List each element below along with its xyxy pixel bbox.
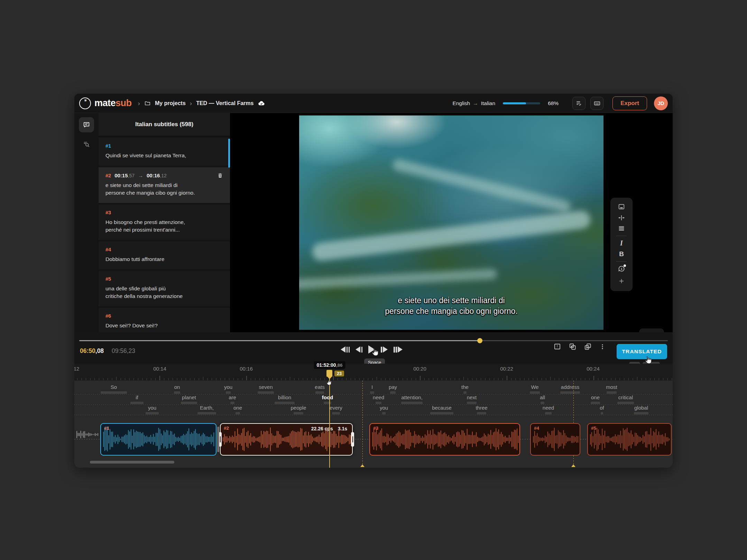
word-duration-bar[interactable]: [258, 391, 274, 394]
playhead-flag[interactable]: [326, 370, 332, 377]
word-token[interactable]: critical: [618, 394, 633, 400]
subtitles-panel-button[interactable]: [79, 117, 94, 132]
subtitle-item[interactable]: #4Dobbiamo tutti affrontare: [99, 242, 230, 269]
word-duration-bar[interactable]: [617, 402, 634, 404]
breadcrumb-my-projects[interactable]: My projects: [155, 100, 186, 106]
subtitle-item[interactable]: #200:15,57→00:16,12e siete uno dei sette…: [99, 167, 230, 203]
word-duration-bar[interactable]: [401, 402, 423, 404]
word-duration-bar[interactable]: [174, 391, 180, 394]
trim-handle-right[interactable]: [351, 432, 354, 447]
subtitle-text[interactable]: Dobbiamo tutti affrontare: [105, 255, 223, 263]
word-duration-bar[interactable]: [236, 412, 240, 414]
word-duration-bar[interactable]: [541, 402, 544, 404]
word-token[interactable]: you: [380, 405, 388, 411]
delete-subtitle-icon[interactable]: [217, 172, 223, 178]
add-style-button[interactable]: +: [619, 276, 624, 286]
word-duration-bar[interactable]: [591, 402, 600, 404]
word-token[interactable]: one: [591, 394, 600, 400]
word-token[interactable]: one: [233, 405, 242, 411]
word-duration-bar[interactable]: [530, 391, 540, 394]
word-token[interactable]: you: [224, 384, 232, 390]
word-token[interactable]: pay: [389, 384, 397, 390]
word-duration-bar[interactable]: [370, 391, 374, 394]
word-duration-bar[interactable]: [324, 402, 331, 404]
seekbar-remaining[interactable]: [480, 340, 668, 341]
word-token[interactable]: every: [330, 405, 342, 411]
boundary-marker-triangle[interactable]: [360, 464, 365, 467]
word-duration-bar[interactable]: [275, 402, 295, 404]
word-token[interactable]: So: [111, 384, 117, 390]
word-token[interactable]: Earth,: [200, 405, 214, 411]
comments-icon[interactable]: 1: [618, 265, 626, 273]
word-duration-bar[interactable]: [197, 412, 216, 414]
word-token[interactable]: We: [531, 384, 538, 390]
subtitle-text[interactable]: una delle sfide globali più critiche del…: [105, 285, 223, 300]
export-button[interactable]: Export: [612, 96, 647, 110]
seekbar-thumb[interactable]: [477, 338, 482, 343]
previous-subtitle-button[interactable]: [341, 346, 350, 353]
word-token[interactable]: need: [543, 405, 554, 411]
subtitle-text[interactable]: Ho bisogno che presti attenzione, perché…: [105, 218, 223, 234]
playhead-line[interactable]: [329, 379, 330, 468]
subtitle-text[interactable]: e siete uno dei sette miliardi di person…: [105, 181, 223, 197]
subtitle-boundary-marker[interactable]: [362, 381, 363, 465]
italic-button[interactable]: I: [620, 239, 623, 247]
word-duration-bar[interactable]: [430, 412, 453, 414]
word-duration-bar[interactable]: [560, 391, 580, 394]
word-token[interactable]: planet: [182, 394, 196, 400]
word-token[interactable]: billion: [278, 394, 291, 400]
subtitle-end-time[interactable]: 00:16,12: [147, 172, 167, 178]
word-duration-bar[interactable]: [382, 412, 386, 414]
word-token[interactable]: you: [148, 405, 156, 411]
word-token[interactable]: of: [600, 405, 604, 411]
word-duration-bar[interactable]: [226, 391, 231, 394]
timeline-scrollbar[interactable]: [90, 461, 174, 464]
word-token[interactable]: attention,: [401, 394, 423, 400]
translated-status-button[interactable]: TRANSLATED: [617, 344, 667, 359]
breadcrumb-project[interactable]: TED — Vertical Farms: [196, 100, 253, 106]
next-subtitle-button[interactable]: [394, 346, 403, 353]
bold-button[interactable]: B: [619, 250, 624, 258]
word-duration-bar[interactable]: [315, 391, 324, 394]
word-duration-bar[interactable]: [376, 402, 381, 404]
trim-handle-gray[interactable]: [217, 427, 219, 452]
word-duration-bar[interactable]: [601, 412, 603, 414]
word-token[interactable]: I: [371, 384, 373, 390]
word-token[interactable]: are: [229, 394, 236, 400]
subtitle-block[interactable]: #1: [100, 423, 216, 456]
subtitle-item[interactable]: #6Dove sei!? Dove sei!?: [99, 308, 230, 332]
duplicate-back-icon[interactable]: [569, 343, 577, 351]
play-button[interactable]: [368, 345, 375, 354]
timeline-ruler[interactable]: 1200:1400:1600:2000:2200:24: [74, 364, 673, 381]
word-duration-bar[interactable]: [230, 402, 234, 404]
subtitle-text[interactable]: Quindi se vivete sul pianeta Terra,: [105, 152, 223, 159]
subtitle-item[interactable]: #1Quindi se vivete sul pianeta Terra,: [99, 138, 230, 166]
word-duration-bar[interactable]: [181, 402, 197, 404]
word-token[interactable]: all: [540, 394, 545, 400]
merge-split-icon[interactable]: [618, 214, 625, 222]
word-token[interactable]: next: [467, 394, 477, 400]
frame-forward-button[interactable]: [381, 346, 388, 353]
subtitle-item[interactable]: #3Ho bisogno che presti attenzione, perc…: [99, 205, 230, 240]
matesub-logo[interactable]: ’’ matesub: [79, 97, 132, 109]
word-token[interactable]: global: [634, 405, 648, 411]
duplicate-front-icon[interactable]: [584, 343, 592, 351]
word-token[interactable]: eats: [315, 384, 324, 390]
word-duration-bar[interactable]: [101, 391, 127, 394]
subtitle-block[interactable]: #4: [530, 423, 580, 456]
tasklist-button[interactable]: [572, 97, 585, 110]
subtitle-text[interactable]: Dove sei!? Dove sei!?: [105, 322, 223, 329]
subtitle-block[interactable]: #3: [369, 423, 520, 456]
word-duration-bar[interactable]: [463, 391, 467, 394]
align-lines-icon[interactable]: [618, 225, 625, 232]
word-duration-bar[interactable]: [130, 402, 144, 404]
frame-back-button[interactable]: [356, 346, 362, 353]
word-token[interactable]: address: [561, 384, 579, 390]
word-token[interactable]: most: [606, 384, 617, 390]
kebab-menu-icon[interactable]: [599, 343, 606, 350]
word-duration-bar[interactable]: [477, 412, 486, 414]
subtitle-position-icon[interactable]: [618, 203, 625, 211]
word-token[interactable]: three: [476, 405, 487, 411]
list-scroll-indicator[interactable]: [228, 139, 230, 168]
word-token[interactable]: need: [373, 394, 384, 400]
